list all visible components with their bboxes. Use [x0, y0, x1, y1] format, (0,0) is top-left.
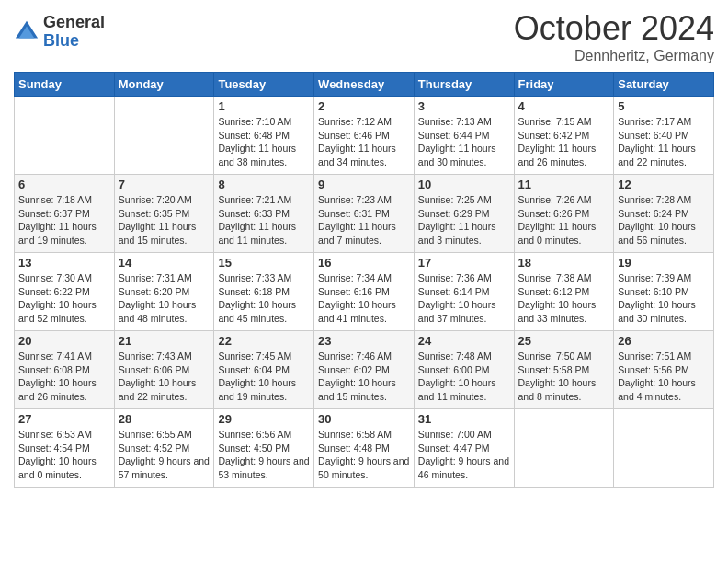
header: General Blue October 2024 Dennheritz, Ge… [14, 9, 714, 64]
logo: General Blue [14, 14, 105, 51]
calendar-cell [15, 97, 115, 175]
day-number: 19 [618, 256, 710, 270]
calendar-cell: 21Sunrise: 7:43 AMSunset: 6:06 PMDayligh… [114, 331, 214, 409]
logo-general: General [43, 14, 105, 32]
day-number: 27 [18, 412, 110, 426]
calendar-cell: 10Sunrise: 7:25 AMSunset: 6:29 PMDayligh… [414, 175, 514, 253]
calendar-week-3: 13Sunrise: 7:30 AMSunset: 6:22 PMDayligh… [15, 253, 714, 331]
days-of-week-row: SundayMondayTuesdayWednesdayThursdayFrid… [15, 73, 714, 97]
day-of-week-wednesday: Wednesday [314, 73, 415, 97]
day-of-week-sunday: Sunday [15, 73, 115, 97]
day-info: Sunrise: 7:12 AMSunset: 6:46 PMDaylight:… [318, 115, 410, 169]
day-info: Sunrise: 7:31 AMSunset: 6:20 PMDaylight:… [119, 271, 210, 326]
day-info: Sunrise: 7:38 AMSunset: 6:12 PMDaylight:… [518, 271, 610, 326]
day-number: 31 [418, 412, 510, 426]
day-number: 5 [618, 99, 710, 113]
calendar-cell: 7Sunrise: 7:20 AMSunset: 6:35 PMDaylight… [114, 175, 214, 253]
day-number: 14 [119, 256, 210, 270]
calendar-cell: 26Sunrise: 7:51 AMSunset: 5:56 PMDayligh… [614, 331, 714, 409]
day-info: Sunrise: 7:26 AMSunset: 6:26 PMDaylight:… [518, 193, 610, 247]
day-info: Sunrise: 7:00 AMSunset: 4:47 PMDaylight:… [418, 428, 510, 482]
title-block: October 2024 Dennheritz, Germany [514, 9, 714, 64]
day-of-week-thursday: Thursday [414, 73, 514, 97]
calendar-week-2: 6Sunrise: 7:18 AMSunset: 6:37 PMDaylight… [15, 175, 714, 253]
calendar-cell: 17Sunrise: 7:36 AMSunset: 6:14 PMDayligh… [414, 253, 514, 331]
calendar-cell: 12Sunrise: 7:28 AMSunset: 6:24 PMDayligh… [614, 175, 714, 253]
day-number: 17 [418, 256, 510, 270]
day-number: 20 [18, 334, 110, 348]
day-info: Sunrise: 7:15 AMSunset: 6:42 PMDaylight:… [518, 115, 610, 169]
calendar-week-4: 20Sunrise: 7:41 AMSunset: 6:08 PMDayligh… [15, 331, 714, 409]
day-number: 6 [18, 178, 110, 191]
day-number: 21 [119, 334, 210, 348]
day-number: 13 [18, 256, 110, 270]
calendar-cell: 19Sunrise: 7:39 AMSunset: 6:10 PMDayligh… [614, 253, 714, 331]
logo-blue: Blue [43, 32, 105, 51]
calendar-cell: 22Sunrise: 7:45 AMSunset: 6:04 PMDayligh… [214, 331, 314, 409]
calendar-cell: 4Sunrise: 7:15 AMSunset: 6:42 PMDaylight… [514, 97, 614, 175]
day-info: Sunrise: 7:34 AMSunset: 6:16 PMDaylight:… [318, 271, 410, 326]
day-info: Sunrise: 6:53 AMSunset: 4:54 PMDaylight:… [18, 428, 110, 482]
logo-icon [14, 19, 40, 45]
day-info: Sunrise: 7:17 AMSunset: 6:40 PMDaylight:… [618, 115, 710, 169]
day-info: Sunrise: 7:18 AMSunset: 6:37 PMDaylight:… [18, 193, 110, 247]
day-info: Sunrise: 7:51 AMSunset: 5:56 PMDaylight:… [618, 350, 710, 404]
day-number: 12 [618, 178, 710, 191]
day-number: 11 [518, 178, 610, 191]
calendar-cell [614, 409, 714, 488]
day-number: 10 [418, 178, 510, 191]
calendar-cell: 29Sunrise: 6:56 AMSunset: 4:50 PMDayligh… [214, 409, 314, 488]
day-number: 7 [119, 178, 210, 191]
day-number: 2 [318, 99, 410, 113]
day-number: 9 [318, 178, 410, 191]
day-info: Sunrise: 6:56 AMSunset: 4:50 PMDaylight:… [218, 428, 310, 482]
day-number: 30 [318, 412, 410, 426]
day-number: 28 [119, 412, 210, 426]
calendar-cell: 18Sunrise: 7:38 AMSunset: 6:12 PMDayligh… [514, 253, 614, 331]
calendar-cell: 15Sunrise: 7:33 AMSunset: 6:18 PMDayligh… [214, 253, 314, 331]
calendar-cell: 5Sunrise: 7:17 AMSunset: 6:40 PMDaylight… [614, 97, 714, 175]
month-year: October 2024 [514, 9, 714, 48]
day-number: 1 [218, 99, 310, 113]
day-number: 3 [418, 99, 510, 113]
day-number: 25 [518, 334, 610, 348]
day-info: Sunrise: 7:30 AMSunset: 6:22 PMDaylight:… [18, 271, 110, 326]
day-info: Sunrise: 7:48 AMSunset: 6:00 PMDaylight:… [418, 350, 510, 404]
calendar-cell: 14Sunrise: 7:31 AMSunset: 6:20 PMDayligh… [114, 253, 214, 331]
day-info: Sunrise: 7:46 AMSunset: 6:02 PMDaylight:… [318, 350, 410, 404]
calendar-cell: 20Sunrise: 7:41 AMSunset: 6:08 PMDayligh… [15, 331, 115, 409]
calendar-cell: 11Sunrise: 7:26 AMSunset: 6:26 PMDayligh… [514, 175, 614, 253]
calendar-cell: 1Sunrise: 7:10 AMSunset: 6:48 PMDaylight… [214, 97, 314, 175]
calendar-table: SundayMondayTuesdayWednesdayThursdayFrid… [14, 72, 714, 488]
day-info: Sunrise: 7:43 AMSunset: 6:06 PMDaylight:… [119, 350, 210, 404]
day-number: 24 [418, 334, 510, 348]
day-info: Sunrise: 6:55 AMSunset: 4:52 PMDaylight:… [119, 428, 210, 482]
day-number: 22 [218, 334, 310, 348]
calendar-cell: 28Sunrise: 6:55 AMSunset: 4:52 PMDayligh… [114, 409, 214, 488]
calendar-cell: 27Sunrise: 6:53 AMSunset: 4:54 PMDayligh… [15, 409, 115, 488]
calendar-cell: 25Sunrise: 7:50 AMSunset: 5:58 PMDayligh… [514, 331, 614, 409]
day-info: Sunrise: 7:23 AMSunset: 6:31 PMDaylight:… [318, 193, 410, 247]
day-number: 29 [218, 412, 310, 426]
calendar-cell: 30Sunrise: 6:58 AMSunset: 4:48 PMDayligh… [314, 409, 415, 488]
day-info: Sunrise: 7:45 AMSunset: 6:04 PMDaylight:… [218, 350, 310, 404]
calendar-cell: 24Sunrise: 7:48 AMSunset: 6:00 PMDayligh… [414, 331, 514, 409]
day-info: Sunrise: 7:33 AMSunset: 6:18 PMDaylight:… [218, 271, 310, 326]
day-number: 16 [318, 256, 410, 270]
day-info: Sunrise: 7:28 AMSunset: 6:24 PMDaylight:… [618, 193, 710, 247]
location: Dennheritz, Germany [514, 48, 714, 64]
calendar-cell [514, 409, 614, 488]
day-number: 18 [518, 256, 610, 270]
day-info: Sunrise: 7:10 AMSunset: 6:48 PMDaylight:… [218, 115, 310, 169]
day-number: 4 [518, 99, 610, 113]
day-info: Sunrise: 7:36 AMSunset: 6:14 PMDaylight:… [418, 271, 510, 326]
calendar-cell: 31Sunrise: 7:00 AMSunset: 4:47 PMDayligh… [414, 409, 514, 488]
day-of-week-tuesday: Tuesday [214, 73, 314, 97]
day-number: 23 [318, 334, 410, 348]
day-number: 26 [618, 334, 710, 348]
day-number: 15 [218, 256, 310, 270]
day-of-week-monday: Monday [114, 73, 214, 97]
day-info: Sunrise: 7:50 AMSunset: 5:58 PMDaylight:… [518, 350, 610, 404]
logo-text: General Blue [43, 14, 105, 51]
page: General Blue October 2024 Dennheritz, Ge… [0, 0, 728, 563]
